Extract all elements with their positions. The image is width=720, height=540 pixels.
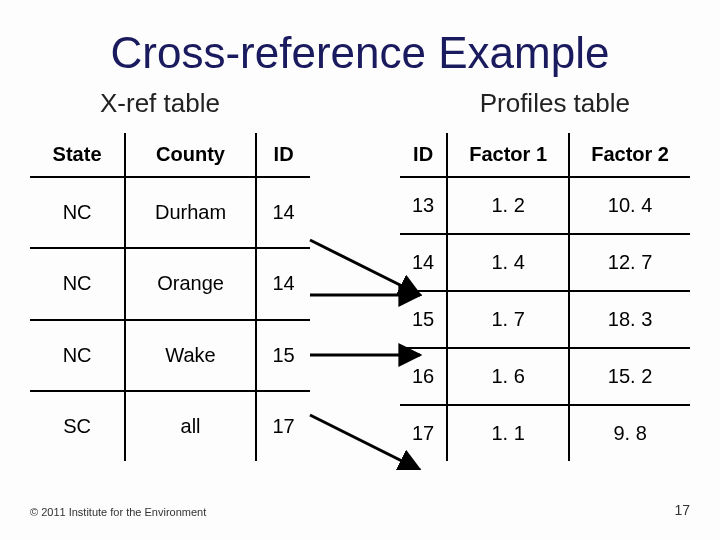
slide-title: Cross-reference Example: [0, 0, 720, 78]
cell: 14: [256, 177, 310, 248]
table-row: NC Wake 15: [30, 320, 310, 391]
cell: 12. 7: [569, 234, 690, 291]
cell: 14: [400, 234, 447, 291]
subtitle-left: X-ref table: [100, 88, 220, 119]
col-id: ID: [400, 133, 447, 177]
xref-table: State County ID NC Durham 14 NC Orange 1…: [30, 133, 310, 461]
tables-container: State County ID NC Durham 14 NC Orange 1…: [0, 119, 720, 461]
cell: 13: [400, 177, 447, 234]
cell: 10. 4: [569, 177, 690, 234]
col-id: ID: [256, 133, 310, 177]
cell: 15: [256, 320, 310, 391]
cell: 17: [400, 405, 447, 461]
cell: NC: [30, 248, 125, 319]
cell: SC: [30, 391, 125, 461]
footer-copyright: © 2011 Institute for the Environment: [30, 506, 206, 518]
cell: 1. 7: [447, 291, 569, 348]
table-row: 15 1. 7 18. 3: [400, 291, 690, 348]
col-county: County: [125, 133, 256, 177]
table-row: NC Durham 14: [30, 177, 310, 248]
cell: all: [125, 391, 256, 461]
table-row: 13 1. 2 10. 4: [400, 177, 690, 234]
cell: Durham: [125, 177, 256, 248]
cell: 18. 3: [569, 291, 690, 348]
table-header-row: ID Factor 1 Factor 2: [400, 133, 690, 177]
subtitle-right: Profiles table: [480, 88, 630, 119]
col-state: State: [30, 133, 125, 177]
cell: Wake: [125, 320, 256, 391]
cell: 1. 6: [447, 348, 569, 405]
col-factor2: Factor 2: [569, 133, 690, 177]
cell: 15: [400, 291, 447, 348]
cell: 9. 8: [569, 405, 690, 461]
cell: 1. 4: [447, 234, 569, 291]
table-row: NC Orange 14: [30, 248, 310, 319]
table-header-row: State County ID: [30, 133, 310, 177]
table-row: 14 1. 4 12. 7: [400, 234, 690, 291]
cell: 14: [256, 248, 310, 319]
profiles-table: ID Factor 1 Factor 2 13 1. 2 10. 4 14 1.…: [400, 133, 690, 461]
cell: 1. 1: [447, 405, 569, 461]
table-row: 16 1. 6 15. 2: [400, 348, 690, 405]
col-factor1: Factor 1: [447, 133, 569, 177]
cell: 17: [256, 391, 310, 461]
cell: NC: [30, 320, 125, 391]
cell: 1. 2: [447, 177, 569, 234]
table-row: 17 1. 1 9. 8: [400, 405, 690, 461]
table-row: SC all 17: [30, 391, 310, 461]
cell: 16: [400, 348, 447, 405]
subtitles-row: X-ref table Profiles table: [0, 78, 720, 119]
page-number: 17: [674, 502, 690, 518]
cell: NC: [30, 177, 125, 248]
cell: Orange: [125, 248, 256, 319]
cell: 15. 2: [569, 348, 690, 405]
